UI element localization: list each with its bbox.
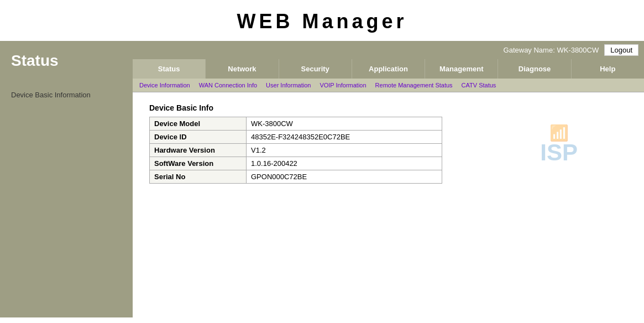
sidebar-title: Status — [0, 41, 133, 81]
device-info-table: Device Model WK-3800CW Device ID 48352E-… — [149, 117, 442, 184]
tab-security[interactable]: Security — [279, 59, 352, 79]
tab-status[interactable]: Status — [133, 59, 206, 79]
sub-nav: Device Information WAN Connection Info U… — [133, 79, 644, 92]
row-label-sw-version: SoftWare Version — [150, 157, 247, 170]
device-basic-info-title: Device Basic Info — [149, 103, 627, 112]
nav-tabs: Status Network Security Application Mana… — [133, 59, 644, 79]
row-value-sw-version: 1.0.16-200422 — [247, 157, 442, 170]
logout-button[interactable]: Logout — [604, 44, 638, 56]
row-value-hw-version: V1.2 — [247, 144, 442, 157]
tab-network[interactable]: Network — [206, 59, 279, 79]
subnav-catv-status[interactable]: CATV Status — [458, 81, 500, 90]
watermark: 📶 ISP — [540, 126, 578, 164]
gateway-name-label: Gateway Name: WK-3800CW — [504, 46, 599, 54]
page-content: Device Basic Info Device Model WK-3800CW… — [133, 92, 644, 317]
page-title: WEB Manager — [0, 0, 644, 41]
table-row: Hardware Version V1.2 — [150, 144, 442, 157]
table-row: Device Model WK-3800CW — [150, 117, 442, 131]
row-value-serial-no: GPON000C72BE — [247, 170, 442, 184]
subnav-remote-mgmt[interactable]: Remote Management Status — [372, 81, 456, 90]
sidebar-item-device-basic-info[interactable]: Device Basic Information — [0, 86, 133, 103]
subnav-user-info[interactable]: User Information — [263, 81, 314, 90]
sidebar: Status Device Basic Information — [0, 41, 133, 317]
wifi-icon: 📶 — [540, 126, 578, 141]
tab-diagnose[interactable]: Diagnose — [498, 59, 571, 79]
row-label-hw-version: Hardware Version — [150, 144, 247, 157]
table-row: Device ID 48352E-F324248352E0C72BE — [150, 131, 442, 144]
gateway-bar: Gateway Name: WK-3800CW Logout — [133, 41, 644, 59]
sidebar-nav: Device Basic Information — [0, 81, 133, 103]
row-value-device-id: 48352E-F324248352E0C72BE — [247, 131, 442, 144]
row-label-device-id: Device ID — [150, 131, 247, 144]
table-row: Serial No GPON000C72BE — [150, 170, 442, 184]
tab-help[interactable]: Help — [572, 59, 644, 79]
table-row: SoftWare Version 1.0.16-200422 — [150, 157, 442, 170]
subnav-device-info[interactable]: Device Information — [136, 81, 193, 90]
main-area: Gateway Name: WK-3800CW Logout Status Ne… — [133, 41, 644, 317]
tab-management[interactable]: Management — [425, 59, 498, 79]
subnav-wan-connection[interactable]: WAN Connection Info — [196, 81, 260, 90]
tab-application[interactable]: Application — [352, 59, 425, 79]
row-value-device-model: WK-3800CW — [247, 117, 442, 131]
row-label-serial-no: Serial No — [150, 170, 247, 184]
row-label-device-model: Device Model — [150, 117, 247, 131]
subnav-voip-info[interactable]: VOIP Information — [316, 81, 369, 90]
